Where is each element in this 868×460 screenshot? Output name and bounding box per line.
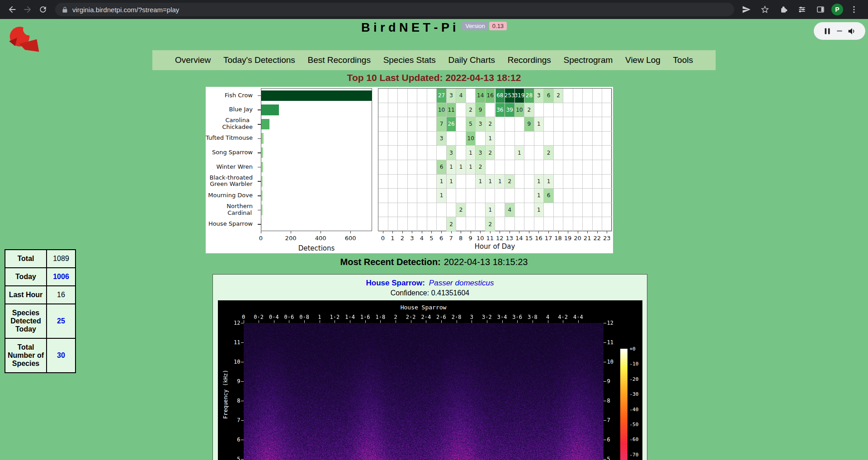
heatmap-cell	[427, 89, 437, 103]
time-tick-label: 1·8	[374, 314, 387, 320]
forward-button[interactable]	[20, 2, 35, 17]
time-tick	[289, 320, 289, 323]
address-bar[interactable]: virginia.birdnetpi.com/?stream=play	[55, 3, 734, 16]
nav-item-today-s-detections[interactable]: Today's Detections	[223, 55, 295, 65]
profile-avatar[interactable]: P	[831, 4, 843, 15]
heatmap-cell	[417, 189, 427, 203]
side-panel-button[interactable]	[813, 2, 828, 17]
nav-item-best-recordings[interactable]: Best Recordings	[308, 55, 371, 65]
version-label-badge: Version	[462, 22, 488, 30]
stat-label: Today	[5, 268, 47, 286]
heatmap-cell	[554, 160, 564, 175]
heatmap-cell: 6	[437, 160, 447, 175]
bar	[261, 133, 264, 144]
time-tick	[533, 320, 533, 323]
freq-tick	[604, 401, 606, 401]
heatmap-cell: 253	[505, 89, 515, 103]
heatmap-cell	[563, 103, 573, 118]
heatmap-cell	[456, 146, 466, 160]
volume-icon[interactable]	[847, 26, 857, 36]
nav-item-recordings[interactable]: Recordings	[508, 55, 551, 65]
nav-item-spectrogram[interactable]: Spectrogram	[564, 55, 613, 65]
species-latin-link[interactable]: Passer domesticus	[429, 279, 494, 287]
extensions-button[interactable]	[776, 2, 791, 17]
time-tick-label: 1	[313, 314, 326, 320]
spectrogram-image[interactable]: House Sparrow Frequency (kHz) 00·20·40·6…	[218, 300, 642, 460]
top10-chart-figure: Fish CrowBlue JayCarolina ChickadeeTufte…	[206, 87, 613, 253]
db-tick-label: -70	[630, 452, 639, 458]
spectrogram-colorbar	[620, 349, 627, 460]
heatmap-cell	[417, 146, 427, 160]
heatmap-cell	[388, 117, 398, 132]
nav-item-tools[interactable]: Tools	[673, 55, 693, 65]
audio-player[interactable]	[814, 22, 865, 40]
heatmap-cell	[524, 160, 534, 175]
nav-item-species-stats[interactable]: Species Stats	[383, 55, 436, 65]
bar	[261, 190, 263, 201]
tune-button[interactable]	[794, 2, 810, 17]
heatmap-cell	[515, 189, 525, 203]
nav-item-daily-charts[interactable]: Daily Charts	[448, 55, 495, 65]
species-label: Winter Wren	[206, 160, 253, 174]
heatmap-cell	[456, 117, 466, 132]
stat-value[interactable]: 25	[47, 304, 75, 338]
species-common-link[interactable]: House Sparrow:	[366, 279, 425, 287]
heatmap-cell	[398, 89, 408, 103]
time-tick	[380, 320, 381, 323]
y-tick	[258, 181, 261, 182]
seek-bar[interactable]	[837, 30, 842, 32]
pause-icon[interactable]	[822, 26, 832, 36]
stats-row: Total Number of Species30	[5, 338, 75, 373]
heatmap-cell	[417, 132, 427, 146]
heatmap-cell	[602, 146, 612, 160]
stat-value[interactable]: 30	[47, 338, 75, 373]
species-label: House Sparrow	[206, 217, 253, 231]
time-tick-label: 2	[389, 314, 402, 320]
menu-button[interactable]	[846, 2, 862, 17]
time-tick	[365, 320, 366, 323]
heatmap-cell	[427, 103, 437, 118]
heatmap-cell	[408, 89, 418, 103]
heatmap-cell	[495, 146, 505, 160]
reload-button[interactable]	[35, 2, 51, 17]
heatmap-cell	[378, 117, 388, 132]
time-tick	[426, 320, 426, 323]
heatmap-cell	[602, 117, 612, 132]
forward-icon	[23, 5, 33, 14]
heatmap-cell	[515, 217, 525, 232]
heatmap-cell	[593, 189, 603, 203]
stat-value[interactable]: 1006	[47, 268, 75, 286]
bookmark-button[interactable]	[757, 2, 773, 17]
heatmap-cell	[554, 103, 564, 118]
heatmap-cell	[456, 217, 466, 232]
send-icon	[742, 5, 751, 14]
back-button[interactable]	[5, 2, 20, 17]
heatmap-cell	[573, 89, 583, 103]
back-icon	[7, 5, 17, 14]
time-tick-label: 1·6	[359, 314, 372, 320]
heatmap-cell	[398, 160, 408, 175]
confidence-text: Confidence: 0.41351604	[213, 289, 647, 297]
heatmap-cell	[466, 189, 476, 203]
x-tick	[529, 231, 529, 233]
url-text[interactable]: virginia.birdnetpi.com/?stream=play	[72, 6, 179, 14]
heatmap-cell: 2	[544, 146, 554, 160]
x-tick	[461, 231, 461, 233]
x-tick-label: 0	[254, 235, 268, 242]
heatmap-cell	[398, 189, 408, 203]
time-tick-label: 2·6	[435, 314, 448, 320]
send-button[interactable]	[739, 2, 754, 17]
heatmap-cell	[554, 117, 564, 132]
heatmap-cell: 1	[476, 175, 486, 189]
heatmap-cell	[524, 217, 534, 232]
freq-tick-label: 6	[607, 436, 617, 443]
stat-label: Total Number of Species	[5, 338, 47, 373]
heatmap-cell	[593, 132, 603, 146]
nav-item-overview[interactable]: Overview	[175, 55, 211, 65]
x-tick	[471, 231, 471, 233]
nav-item-view-log[interactable]: View Log	[625, 55, 660, 65]
heatmap-cell	[573, 103, 583, 118]
time-tick-label: 4·4	[572, 314, 585, 320]
heatmap-cell	[593, 103, 603, 118]
heatmap-cell	[466, 175, 476, 189]
